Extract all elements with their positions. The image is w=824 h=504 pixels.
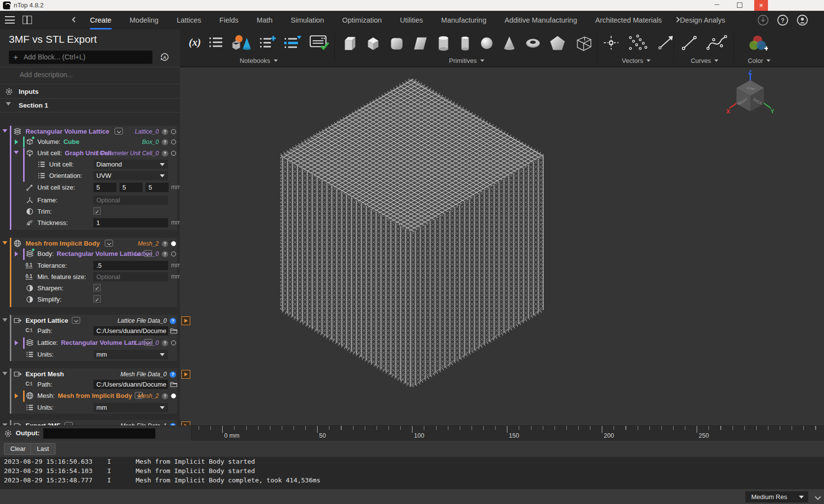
log-console[interactable]: 2023-08-29 15:16:50.633 I Mesh from Impl…: [0, 457, 824, 489]
group-label-color[interactable]: Color: [748, 57, 763, 64]
tab-fields[interactable]: Fields: [219, 11, 238, 29]
tab-optimization[interactable]: Optimization: [342, 11, 382, 29]
resolution-dropdown[interactable]: Medium Res: [745, 491, 808, 503]
vector-arrow-icon[interactable]: [657, 34, 676, 51]
help-icon[interactable]: [162, 139, 168, 145]
row-value[interactable]: Rectangular Volume Latt...: [61, 339, 141, 346]
tab-additive-manufacturing[interactable]: Additive Manufacturing: [504, 11, 577, 29]
block-dropdown-chip[interactable]: [72, 317, 80, 324]
expand-arrow[interactable]: [15, 393, 18, 398]
block-title[interactable]: Export Lattice: [26, 317, 68, 324]
minimize-button[interactable]: [710, 0, 724, 11]
help-icon[interactable]: [162, 129, 168, 135]
row-value[interactable]: Mesh from Implicit Body: [58, 392, 132, 399]
help-icon[interactable]: [162, 251, 168, 257]
collapse-arrow[interactable]: [14, 151, 19, 154]
trim-checkbox[interactable]: [93, 207, 101, 215]
visibility-toggle[interactable]: [171, 393, 176, 398]
maximize-button[interactable]: [733, 0, 746, 11]
cylinder-dashed-primitive-icon[interactable]: [458, 34, 472, 52]
visibility-toggle[interactable]: [171, 252, 176, 256]
rounded-box-primitive-icon[interactable]: [388, 34, 405, 52]
wireframe-cube-primitive-icon[interactable]: [573, 34, 593, 52]
visibility-toggle[interactable]: [171, 241, 176, 246]
shapes-icon[interactable]: [231, 34, 252, 50]
tab-design-analysis[interactable]: Design Analys: [680, 11, 725, 29]
collapse-arrow[interactable]: [2, 423, 7, 425]
tolerance-input[interactable]: .5: [93, 261, 168, 270]
visibility-toggle[interactable]: [171, 140, 176, 144]
point-icon[interactable]: [603, 35, 619, 51]
block-title[interactable]: Rectangular Volume Lattice: [26, 128, 109, 135]
collapse-arrow[interactable]: [2, 129, 7, 133]
thickness-input[interactable]: 1: [93, 218, 168, 227]
min-feature-size-input[interactable]: Optional: [93, 272, 168, 281]
block-dropdown-chip[interactable]: [105, 240, 113, 247]
tab-manufacturing[interactable]: Manufacturing: [441, 11, 486, 29]
list-insert-icon[interactable]: [284, 35, 302, 50]
group-label-primitives[interactable]: Primitives: [449, 57, 476, 64]
help-icon[interactable]: [162, 393, 168, 399]
unit-cell-type-dropdown[interactable]: Diamond: [93, 160, 168, 169]
notebook-check-icon[interactable]: [309, 34, 330, 50]
sharpen-checkbox[interactable]: [93, 284, 101, 291]
clear-log-button[interactable]: Clear: [4, 443, 32, 455]
tab-architected-materials[interactable]: Architected Materials: [595, 11, 662, 29]
visibility-toggle[interactable]: [171, 129, 176, 134]
slanted-box-primitive-icon[interactable]: [412, 34, 429, 52]
list-add-icon[interactable]: [259, 35, 277, 50]
download-icon[interactable]: [757, 14, 769, 26]
expand-arrow[interactable]: [15, 340, 18, 345]
unit-cell-size-x-input[interactable]: 5: [93, 183, 117, 192]
panel-layout-icon[interactable]: [23, 16, 32, 24]
tab-utilities[interactable]: Utilities: [400, 11, 423, 29]
block-title[interactable]: Export 3MF: [26, 422, 60, 425]
expand-arrow[interactable]: [15, 140, 18, 144]
folder-icon[interactable]: [170, 327, 178, 335]
block-dropdown-chip[interactable]: [64, 422, 73, 425]
units-dropdown[interactable]: mm: [93, 403, 168, 412]
tabs-scroll-left-icon[interactable]: [72, 17, 77, 22]
orientation-dropdown[interactable]: UVW: [93, 171, 168, 180]
help-icon[interactable]: [170, 423, 176, 426]
variable-fx-icon[interactable]: (x): [189, 36, 201, 49]
units-dropdown[interactable]: mm: [93, 350, 168, 359]
run-export-lattice-button[interactable]: [181, 316, 190, 325]
group-label-curves[interactable]: Curves: [691, 57, 711, 64]
tab-simulation[interactable]: Simulation: [291, 11, 324, 29]
block-title[interactable]: Export Mesh: [26, 370, 64, 378]
tab-create[interactable]: Create: [90, 11, 112, 29]
help-icon[interactable]: [162, 340, 168, 346]
spline-curve-icon[interactable]: [706, 34, 728, 51]
account-icon[interactable]: [796, 14, 808, 26]
collapse-arrow[interactable]: [2, 318, 7, 322]
group-label-vectors[interactable]: Vectors: [622, 57, 643, 64]
box-primitive-icon[interactable]: [341, 34, 358, 52]
tab-modeling[interactable]: Modeling: [130, 11, 159, 29]
lattice-cube-model[interactable]: [280, 79, 544, 387]
frame-input[interactable]: Optional: [93, 196, 168, 205]
sphere-primitive-icon[interactable]: [479, 34, 495, 52]
run-export-3mf-button[interactable]: [181, 421, 190, 425]
collapse-arrow[interactable]: [2, 241, 7, 245]
line-segment-icon[interactable]: [680, 34, 699, 51]
close-button[interactable]: [754, 0, 768, 11]
view-cube-widget[interactable]: Z X Y TOP RIGHT BACK: [725, 70, 776, 117]
point-cloud-icon[interactable]: [626, 34, 650, 51]
chevron-down-icon[interactable]: [815, 494, 821, 500]
help-icon[interactable]: [162, 241, 168, 247]
path-input[interactable]: C:/Users/duann/Docume: [93, 380, 168, 389]
block-dropdown-chip[interactable]: [115, 128, 123, 135]
unit-cell-size-y-input[interactable]: 5: [119, 183, 143, 192]
expand-arrow[interactable]: [15, 252, 18, 256]
folder-icon[interactable]: [170, 380, 178, 389]
cone-primitive-icon[interactable]: [501, 34, 517, 52]
run-export-mesh-button[interactable]: [181, 370, 190, 379]
tab-math[interactable]: Math: [257, 11, 272, 29]
help-icon[interactable]: ?: [777, 14, 789, 26]
tab-lattices[interactable]: Lattices: [177, 11, 201, 29]
collapse-arrow[interactable]: [2, 372, 7, 375]
block-title[interactable]: Mesh from Implicit Body: [26, 240, 100, 247]
hamburger-menu-icon[interactable]: [5, 16, 15, 24]
color-circles-icon[interactable]: [747, 34, 768, 53]
